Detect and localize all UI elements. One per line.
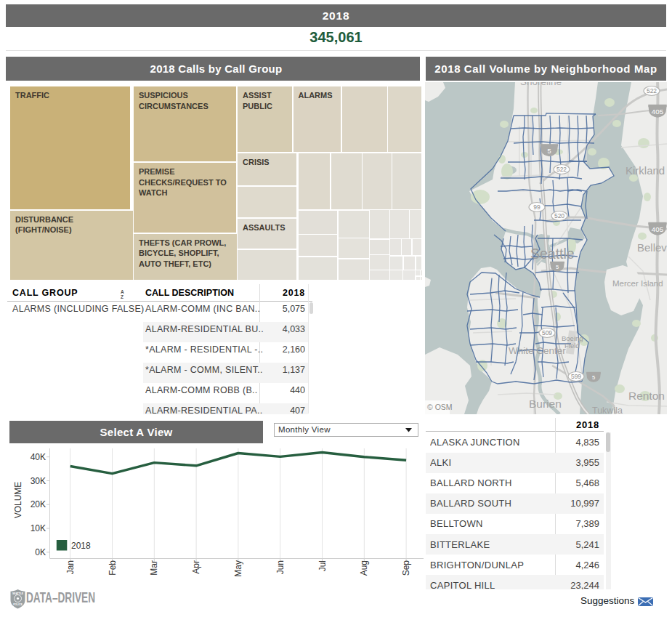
- svg-text:20K: 20K: [31, 499, 46, 509]
- svg-text:2018: 2018: [71, 541, 91, 551]
- svg-text:10K: 10K: [31, 523, 46, 533]
- svg-text:Jun: Jun: [275, 560, 286, 574]
- svg-text:520: 520: [554, 212, 564, 219]
- svg-text:99: 99: [533, 203, 541, 211]
- svg-text:Sep: Sep: [401, 560, 411, 576]
- svg-text:5: 5: [556, 264, 559, 270]
- svg-text:VOLUME: VOLUME: [13, 482, 23, 519]
- svg-text:Feb: Feb: [108, 560, 118, 576]
- svg-text:© OSM: © OSM: [427, 403, 453, 411]
- svg-text:405: 405: [652, 225, 664, 233]
- svg-text:522: 522: [556, 166, 567, 173]
- svg-text:Aug: Aug: [359, 560, 369, 576]
- svg-text:5: 5: [592, 374, 595, 381]
- svg-text:405: 405: [652, 108, 664, 116]
- svg-text:Mercer Island: Mercer Island: [612, 279, 663, 288]
- svg-text:Tukwila: Tukwila: [592, 406, 623, 414]
- svg-text:Bellevue: Bellevue: [637, 241, 667, 254]
- svg-text:Mar: Mar: [149, 560, 159, 576]
- svg-text:Renton: Renton: [628, 390, 665, 402]
- svg-text:599: 599: [571, 373, 581, 380]
- svg-text:Apr: Apr: [191, 560, 201, 574]
- svg-text:Kirkland: Kirkland: [626, 164, 665, 177]
- svg-text:30K: 30K: [31, 476, 46, 486]
- svg-text:5: 5: [547, 148, 551, 155]
- svg-text:May: May: [233, 560, 243, 577]
- svg-text:SEATTLE: SEATTLE: [12, 592, 24, 595]
- svg-text:A: A: [121, 289, 124, 294]
- svg-text:509: 509: [542, 329, 552, 336]
- svg-text:Jan: Jan: [65, 560, 76, 574]
- svg-text:White Center: White Center: [509, 345, 566, 356]
- svg-text:Z: Z: [121, 294, 124, 299]
- svg-text:Seattle: Seattle: [530, 246, 575, 262]
- svg-text:Field: Field: [564, 342, 580, 350]
- svg-text:POLICE: POLICE: [13, 603, 23, 606]
- svg-text:Shoreline: Shoreline: [520, 82, 562, 87]
- svg-text:Jul: Jul: [317, 560, 328, 571]
- svg-text:0K: 0K: [35, 547, 46, 557]
- svg-text:Burien: Burien: [529, 398, 562, 410]
- svg-text:40K: 40K: [31, 452, 46, 462]
- svg-text:522: 522: [647, 87, 657, 94]
